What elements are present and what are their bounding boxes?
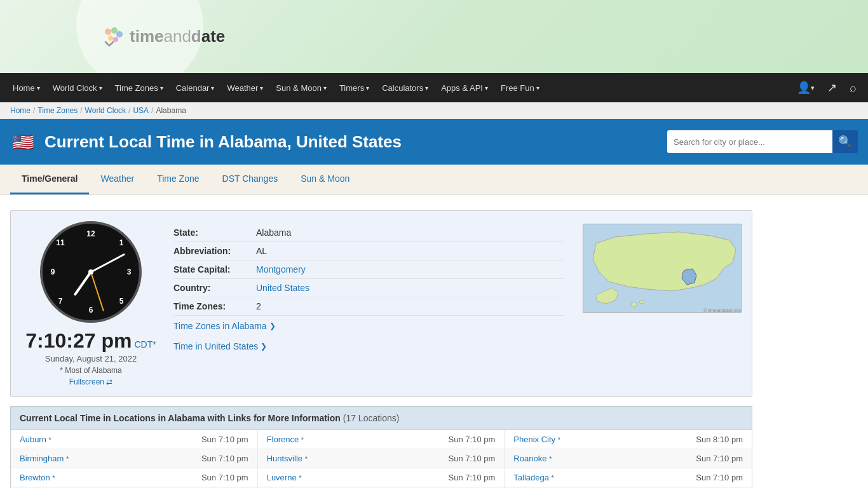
city-link[interactable]: Roanoke *: [513, 454, 552, 463]
list-item: Luverne *Sun 7:10 pm: [258, 468, 505, 487]
list-item: Birmingham *Sun 7:10 pm: [11, 449, 258, 468]
tz-in-alabama-link-row: Time Zones in Alabama ❯: [173, 316, 564, 336]
locations-header: Current Local Time in Locations in Alaba…: [10, 406, 752, 430]
tz-in-alabama-link[interactable]: Time Zones in Alabama ❯: [173, 321, 276, 331]
nav-sun-moon[interactable]: Sun & Moon ▾: [269, 73, 333, 102]
list-item: Brewton *Sun 7:10 pm: [11, 468, 258, 487]
us-map[interactable]: © timeanddate.com: [583, 224, 742, 313]
account-icon[interactable]: 👤 ▾: [792, 73, 820, 102]
main-content: 12 1 3 5 6 7 9 11 7:10:27 pm: [0, 195, 763, 488]
list-item: Huntsville *Sun 7:10 pm: [258, 449, 505, 468]
city-link[interactable]: Huntsville *: [267, 454, 308, 463]
tab-bar: Time/General Weather Time Zone DST Chang…: [0, 165, 868, 195]
list-item: Talladega *Sun 7:10 pm: [505, 468, 752, 487]
minute-hand: [90, 254, 125, 273]
timezone-label: CDT*: [134, 339, 156, 349]
nav-timers[interactable]: Timers ▾: [333, 73, 376, 102]
hour-hand: [74, 271, 92, 296]
clock-num-6: 6: [86, 305, 96, 315]
breadcrumb-world-clock[interactable]: World Clock: [85, 106, 126, 115]
state-row: State: Alabama: [173, 224, 564, 242]
arrow-right-icon: ❯: [269, 322, 276, 330]
list-item: Auburn *Sun 7:10 pm: [11, 430, 258, 449]
locations-grid: Auburn *Sun 7:10 pmFlorence *Sun 7:10 pm…: [10, 430, 752, 488]
search-bar: 🔍: [667, 130, 858, 153]
capital-row: State Capital: Montgomery: [173, 261, 564, 279]
tab-time-zone[interactable]: Time Zone: [146, 165, 210, 194]
fullscreen-link[interactable]: Fullscreen ⇄: [69, 377, 113, 386]
clock-num-9: 9: [48, 267, 58, 277]
tab-time-general[interactable]: Time/General: [10, 165, 89, 194]
time-in-us-link[interactable]: Time in United States ❯: [173, 341, 267, 351]
city-time: Sun 7:10 pm: [696, 473, 743, 482]
search-icon[interactable]: ⌕: [844, 73, 862, 102]
search-button[interactable]: 🔍: [832, 130, 858, 153]
city-time: Sun 7:10 pm: [449, 454, 496, 463]
list-item: Phenix City *Sun 8:10 pm: [505, 430, 752, 449]
country-value: United States: [256, 283, 309, 293]
digital-time: 7:10:27 pm: [25, 329, 132, 353]
clock-num-11: 11: [55, 238, 65, 248]
breadcrumb-time-zones[interactable]: Time Zones: [37, 106, 78, 115]
clock-num-1: 1: [116, 238, 126, 248]
page-header: 🇺🇸 Current Local Time in Alabama, United…: [0, 119, 868, 165]
nav-apps-api[interactable]: Apps & API ▾: [435, 73, 494, 102]
list-item: Florence *Sun 7:10 pm: [258, 430, 505, 449]
nav-home[interactable]: Home ▾: [6, 73, 46, 102]
city-time: Sun 7:10 pm: [449, 435, 496, 444]
nav-calendar[interactable]: Calendar ▾: [170, 73, 221, 102]
page-title: Current Local Time in Alabama, United St…: [44, 132, 402, 152]
list-item: Roanoke *Sun 7:10 pm: [505, 449, 752, 468]
breadcrumb-current: Alabama: [156, 106, 186, 115]
tz-row: Time Zones: 2: [173, 297, 564, 316]
city-time: Sun 7:10 pm: [696, 454, 743, 463]
tab-weather[interactable]: Weather: [89, 165, 146, 194]
city-time: Sun 7:10 pm: [449, 473, 496, 482]
city-time: Sun 7:10 pm: [201, 435, 248, 444]
clock-center: [88, 269, 93, 274]
tab-dst-changes[interactable]: DST Changes: [211, 165, 290, 194]
analog-clock: 12 1 3 5 6 7 9 11: [40, 221, 142, 323]
city-time: Sun 7:10 pm: [201, 473, 248, 482]
city-link[interactable]: Talladega *: [513, 473, 554, 482]
breadcrumb-home[interactable]: Home: [10, 106, 31, 115]
clock-num-12: 12: [86, 229, 96, 239]
city-link[interactable]: Birmingham *: [20, 454, 69, 463]
abbr-value: AL: [256, 246, 267, 256]
time-in-us-link-row: Time in United States ❯: [173, 336, 564, 356]
top-banner: timeanddate: [0, 0, 868, 73]
svg-point-6: [639, 301, 644, 304]
clock-num-5: 5: [116, 296, 126, 306]
us-flag: 🇺🇸: [10, 133, 36, 151]
clock-section: 12 1 3 5 6 7 9 11 7:10:27 pm: [10, 210, 752, 397]
clock-face: 12 1 3 5 6 7 9 11: [43, 224, 139, 320]
tab-sun-moon[interactable]: Sun & Moon: [289, 165, 361, 194]
clock-num-3: 3: [124, 267, 134, 277]
nav-time-zones[interactable]: Time Zones ▾: [109, 73, 170, 102]
city-time: Sun 7:10 pm: [201, 454, 248, 463]
nav-free-fun[interactable]: Free Fun ▾: [494, 73, 546, 102]
search-input[interactable]: [667, 130, 832, 153]
nav-right: 👤 ▾ ↗ ⌕: [792, 73, 862, 102]
state-info-table: State: Alabama Abbreviation: AL State Ca…: [173, 221, 564, 386]
arrow-right-icon-2: ❯: [261, 342, 267, 351]
nav-calculators[interactable]: Calculators ▾: [376, 73, 435, 102]
city-link[interactable]: Auburn *: [20, 435, 51, 444]
capital-link[interactable]: Montgomery: [256, 264, 306, 274]
abbr-row: Abbreviation: AL: [173, 242, 564, 261]
nav-world-clock[interactable]: World Clock ▾: [46, 73, 109, 102]
city-link[interactable]: Phenix City *: [513, 435, 560, 444]
country-link[interactable]: United States: [256, 283, 309, 293]
clock-num-7: 7: [55, 296, 65, 306]
city-link[interactable]: Florence *: [267, 435, 304, 444]
share-icon[interactable]: ↗: [822, 73, 842, 102]
svg-text:© timeanddate.com: © timeanddate.com: [703, 308, 742, 313]
locations-section: Current Local Time in Locations in Alaba…: [10, 406, 752, 488]
map-area: © timeanddate.com: [576, 221, 742, 386]
clock-date: Sunday, August 21, 2022: [45, 354, 137, 363]
breadcrumb-usa[interactable]: USA: [133, 106, 149, 115]
city-time: Sun 8:10 pm: [696, 435, 743, 444]
nav-weather[interactable]: Weather ▾: [220, 73, 269, 102]
city-link[interactable]: Brewton *: [20, 473, 55, 482]
city-link[interactable]: Luverne *: [267, 473, 302, 482]
